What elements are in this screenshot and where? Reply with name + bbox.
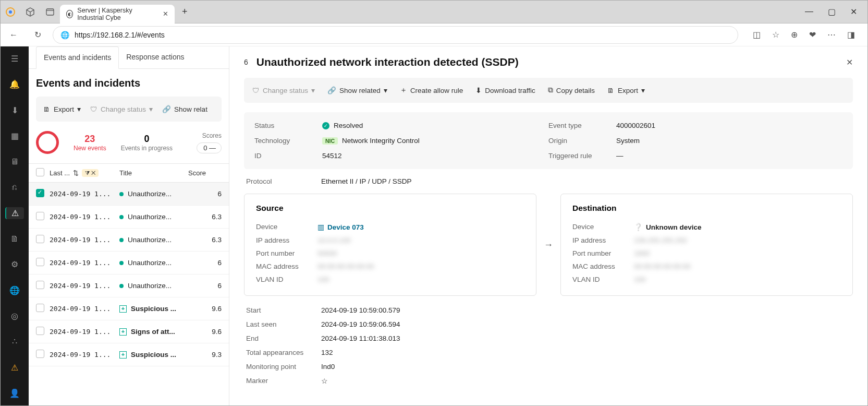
sidebar-download-icon[interactable]: ⬇ [5,104,24,116]
column-score[interactable]: Score [188,169,222,177]
sidebar-tune-icon[interactable]: ⚙ [5,258,24,270]
sidebar-bell-icon[interactable]: 🔔 [5,78,24,90]
detail-download-traffic[interactable]: ⬇Download traffic [475,86,535,94]
row-score: 9.6 [199,305,222,313]
row-score: 9.6 [199,328,222,336]
table-row[interactable]: 2024-09-19 1...Unauthorize...6.3 [29,229,229,252]
sort-icon: ⇅ [73,169,79,177]
show-related-button[interactable]: 🔗Show relat [162,105,207,113]
link-icon: 🔗 [162,105,171,113]
plus-icon: ＋ [400,86,407,95]
table-row[interactable]: 2024-09-19 1...+Signs of att...9.6 [29,320,229,343]
sidebar-globe-icon[interactable]: 🌐 [5,284,24,296]
sidebar-dots-icon[interactable]: ∴ [5,336,24,348]
back-button[interactable]: ← [5,26,22,44]
destination-box: Destination Device❔Unknown device IP add… [560,194,853,296]
refresh-button[interactable]: ↻ [29,26,46,44]
status-dot-icon [119,238,124,242]
row-date: 2024-09-19 1... [50,259,112,267]
row-title: Unauthorize... [112,190,199,198]
column-title[interactable]: Title [112,169,188,177]
row-checkbox[interactable] [36,281,44,289]
sidebar-target-icon[interactable]: ◎ [5,310,24,322]
status-dot-icon [119,261,124,265]
detail-copy-details[interactable]: ⧉Copy details [548,86,595,94]
filter-badge[interactable]: ⧩ ✕ [82,169,99,177]
window-maximize-icon[interactable]: ▢ [828,7,836,17]
row-date: 2024-09-19 1... [50,282,112,290]
svg-point-1 [9,10,12,14]
source-box: Source Device▥Device 073 IP address10.0.… [244,194,536,296]
nav-sidebar: ☰ 🔔 ⬇ ▦ 🖥 ⎌ ⚠ 🗎 ⚙ 🌐 ◎ ∴ ⚠ 👤 [1,46,29,406]
row-checkbox[interactable] [36,235,44,243]
table-row[interactable]: 2024-09-19 1...Unauthorize...6.3 [29,206,229,229]
export-icon: 🗎 [607,87,615,94]
tab-events[interactable]: Events and incidents [36,46,119,69]
sidebar-monitor-icon[interactable]: 🖥 [5,156,24,168]
tab-response-actions[interactable]: Response actions [119,46,191,68]
tab-close-icon[interactable]: ✕ [163,10,168,18]
detail-export[interactable]: 🗎Export▾ [607,86,645,94]
tab-favicon-icon: ◐ [66,10,73,18]
list-toolbar: 🗎Export▾ 🛡Change status▾ 🔗Show relat [36,97,222,122]
row-checkbox[interactable] [36,304,44,312]
close-detail-button[interactable]: ✕ [846,57,853,67]
row-title: Unauthorize... [112,259,199,267]
shield-icon: 🛡 [252,87,260,94]
split-icon[interactable]: ◫ [753,30,761,40]
export-button[interactable]: 🗎Export▾ [43,105,81,113]
row-checkbox[interactable] [36,212,44,220]
in-progress-stat[interactable]: 0 Events in progress [121,134,173,152]
row-checkbox[interactable] [36,189,44,197]
sidebar-user-icon[interactable]: 👤 [5,387,24,399]
sidebar-toggle-icon[interactable]: ◨ [847,30,855,40]
row-title: +Signs of att... [112,328,199,336]
column-date[interactable]: Last ...⇅⧩ ✕ [50,169,112,177]
window-minimize-icon[interactable]: — [805,7,813,17]
window-close-icon[interactable]: ✕ [850,7,857,17]
window-icon[interactable] [44,6,56,18]
table-row[interactable]: 2024-09-19 1...+Suspicious ...9.6 [29,297,229,320]
select-all-checkbox[interactable] [36,168,44,176]
menu-icon[interactable]: ⋯ [827,30,836,40]
collections-icon[interactable]: ⊕ [791,30,798,40]
browser-tab[interactable]: ◐ Server | Kaspersky Industrial Cybe ✕ [60,5,175,23]
row-checkbox[interactable] [36,258,44,266]
row-date: 2024-09-19 1... [50,305,112,313]
scores-filter[interactable]: Scores 0 — [197,132,222,153]
copy-icon: ⧉ [548,86,553,94]
row-checkbox[interactable] [36,327,44,335]
row-score: 6.3 [199,236,222,244]
url-text: https://192.168.2.1/#/events [75,31,165,39]
new-tab-button[interactable]: + [175,6,195,17]
detail-title: Unauthorized network interaction detecte… [256,56,519,68]
cube-icon[interactable] [25,6,36,18]
source-device-link[interactable]: Device 073 [327,223,364,231]
table-row[interactable]: 2024-09-19 1...+Suspicious ...9.3 [29,343,229,366]
detail-show-related[interactable]: 🔗Show related▾ [327,86,387,94]
browser-icon[interactable] [5,6,16,18]
sidebar-doc-icon[interactable]: 🗎 [5,233,24,245]
sidebar-grid-icon[interactable]: ▦ [5,130,24,142]
detail-create-rule[interactable]: ＋Create allow rule [400,86,463,95]
sidebar-alert-icon[interactable]: ⚠ [5,207,24,219]
sidebar-menu-icon[interactable]: ☰ [5,53,24,65]
row-title: Unauthorize... [112,236,199,244]
table-row[interactable]: 2024-09-19 1...Unauthorize...6 [29,252,229,274]
table-row[interactable]: 2024-09-19 1...Unauthorize...6 [29,274,229,297]
sidebar-flow-icon[interactable]: ⎌ [5,181,24,193]
row-checkbox[interactable] [36,350,44,358]
favorites-icon[interactable]: ☆ [772,30,779,40]
row-date: 2024-09-19 1... [50,351,112,359]
protocol-value: Ethernet II / IP / UDP / SSDP [321,177,412,185]
heart-icon[interactable]: ❤ [809,30,816,40]
row-score: 6 [199,259,222,267]
row-score: 6.3 [199,213,222,221]
sidebar-warning-icon[interactable]: ⚠ [5,361,24,373]
table-row[interactable]: 2024-09-19 1...Unauthorize...6 [29,183,229,206]
new-events-stat[interactable]: 23 New events [74,134,106,152]
url-input[interactable]: 🌐 https://192.168.2.1/#/events [53,26,738,44]
detail-change-status[interactable]: 🛡Change status▾ [252,86,315,94]
row-date: 2024-09-19 1... [50,236,112,244]
change-status-button[interactable]: 🛡Change status▾ [90,105,153,113]
